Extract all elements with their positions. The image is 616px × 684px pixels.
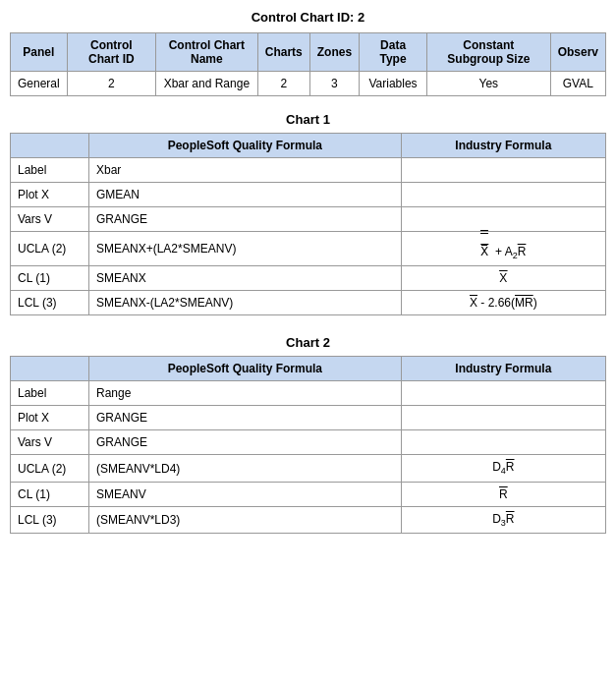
chart1-cell-ps2: GRANGE [89,207,402,232]
chart1-section: Chart 1 PeopleSoft Quality Formula Indus… [10,112,606,315]
chart1-row-cl: CL (1) SMEANX X [11,266,606,291]
chart1-cell-ps5: SMEANX-(LA2*SMEANV) [89,291,402,315]
chart1-cell-ind4: X [401,266,605,291]
chart2-cell-ps3: (SMEANV*LD4) [89,455,402,482]
chart1-row-varsv: Vars V GRANGE [11,207,606,232]
chart1-table: PeopleSoft Quality Formula Industry Form… [10,133,606,315]
chart2-cell-ps1: GRANGE [89,406,402,430]
double-overline-x: X̅ [480,237,488,258]
chart2-section: Chart 2 PeopleSoft Quality Formula Indus… [10,335,606,534]
chart1-cell-ind1 [401,183,605,207]
chart1-col1-header: PeopleSoft Quality Formula [89,134,402,158]
chart2-cell-ps0: Range [89,381,402,406]
chart1-cell-ind5: X - 2.66(MR) [401,291,605,315]
chart1-cell-ps4: SMEANX [89,266,402,291]
col-header-panel: Panel [11,33,68,72]
chart1-cell-ind0 [401,158,605,183]
chart2-row-varsv: Vars V GRANGE [11,430,606,455]
col-header-charts: Charts [257,33,309,72]
chart2-row-lcl: LCL (3) (SMEANV*LD3) D3R [11,506,606,533]
chart2-cell-ind5: D3R [401,506,605,533]
chart2-cell-ind3: D4R [401,455,605,482]
formula-d4rbar: D4R [492,460,514,474]
chart2-row-label: Label Range [11,381,606,406]
chart2-cell-ind1 [401,406,605,430]
formula-double-xbar: X [499,271,507,285]
chart2-cell-plotx-label: Plot X [11,406,89,430]
chart2-row-cl: CL (1) SMEANV R [11,482,606,506]
cell-panel: General [11,72,68,96]
chart2-cell-cl-label: CL (1) [11,482,89,506]
chart2-row-plotx: Plot X GRANGE [11,406,606,430]
chart1-row-plotx: Plot X GMEAN [11,183,606,207]
formula-xbar-plus-a2r: X̅ + A2R [480,245,526,258]
cell-charts: 2 [257,72,309,96]
chart2-cell-lcl-label: LCL (3) [11,506,89,533]
chart2-row-ucla: UCLA (2) (SMEANV*LD4) D4R [11,455,606,482]
chart2-cell-ps2: GRANGE [89,430,402,455]
chart2-cell-ind2 [401,430,605,455]
cell-id: 2 [67,72,155,96]
chart2-cell-ind4: R [401,482,605,506]
main-table-row: General 2 Xbar and Range 2 3 Variables Y… [11,72,606,96]
chart2-col2-header: Industry Formula [401,357,605,381]
chart1-cell-ps3: SMEANX+(LA2*SMEANV) [89,232,402,266]
chart1-cell-lcl-label: LCL (3) [11,291,89,315]
formula-d3rbar: D3R [492,512,514,526]
cell-zones: 3 [309,72,359,96]
chart1-col2-header: Industry Formula [401,134,605,158]
chart2-cell-ucla-label: UCLA (2) [11,455,89,482]
chart2-cell-ps4: SMEANV [89,482,402,506]
chart2-title: Chart 2 [10,335,606,350]
col-header-datatype: Data Type [360,33,427,72]
col-header-id: Control Chart ID [67,33,155,72]
chart2-col0-header [11,357,89,381]
chart1-cell-ind2 [401,207,605,232]
chart1-cell-cl-label: CL (1) [11,266,89,291]
chart2-cell-label: Label [11,381,89,406]
cell-name: Xbar and Range [155,72,257,96]
chart1-row-label: Label Xbar [11,158,606,183]
chart1-cell-ucla-label: UCLA (2) [11,232,89,266]
col-header-name: Control Chart Name [155,33,257,72]
chart2-table: PeopleSoft Quality Formula Industry Form… [10,356,606,534]
col-header-zones: Zones [309,33,359,72]
cell-datatype: Variables [360,72,427,96]
cell-subgroup: Yes [427,72,551,96]
chart1-cell-ps0: Xbar [89,158,402,183]
formula-rbar: R [499,487,508,501]
chart1-cell-ind3: X̅ + A2R [401,232,605,266]
main-table: Panel Control Chart ID Control Chart Nam… [10,32,606,96]
chart1-cell-varsv-label: Vars V [11,207,89,232]
chart1-row-lcl: LCL (3) SMEANX-(LA2*SMEANV) X - 2.66(MR) [11,291,606,315]
chart2-cell-ps5: (SMEANV*LD3) [89,506,402,533]
page-title: Control Chart ID: 2 [10,10,606,25]
col-header-observ: Observ [550,33,605,72]
chart1-title: Chart 1 [10,112,606,127]
formula-xbar-minus-266mr: X - 2.66(MR) [470,296,537,310]
chart1-cell-plotx-label: Plot X [11,183,89,207]
cell-observ: GVAL [550,72,605,96]
overline-x-cl: X [499,271,507,285]
chart2-cell-varsv-label: Vars V [11,430,89,455]
chart1-row-ucla: UCLA (2) SMEANX+(LA2*SMEANV) X̅ + A2R [11,232,606,266]
chart1-cell-label: Label [11,158,89,183]
chart1-col0-header [11,134,89,158]
chart2-col1-header: PeopleSoft Quality Formula [89,357,402,381]
chart1-cell-ps1: GMEAN [89,183,402,207]
col-header-subgroup: Constant Subgroup Size [427,33,551,72]
chart2-cell-ind0 [401,381,605,406]
